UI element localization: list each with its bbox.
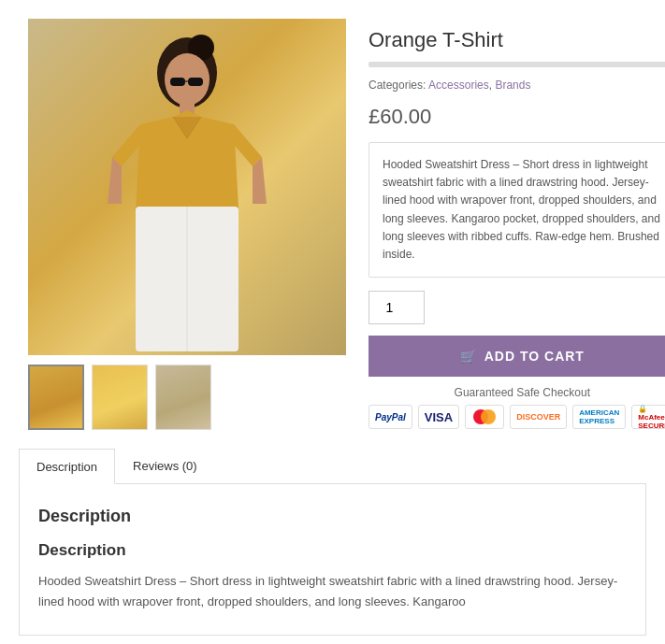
main-product-image [28,19,346,355]
mcafee-badge: 🔒 McAfeeSECURE [631,405,665,429]
glasses-right [188,78,203,86]
tab-content-heading1: Description [38,507,627,526]
product-images [28,19,346,430]
thumb-img-2 [93,365,147,429]
payment-icons: PayPal VISA DISCOVER AMERICANEXPRESS 🔒 M… [369,405,665,429]
product-categories: Categories: Accessories, Brands [369,79,665,92]
discover-text: DISCOVER [516,412,560,422]
category-accessories[interactable]: Accessories [428,79,489,92]
thumbnail-3[interactable] [155,365,211,430]
tab-content-description: Description Description Hooded Sweatshir… [19,484,646,636]
product-price: £60.00 [369,105,665,129]
svg-point-1 [481,409,496,424]
category-brands[interactable]: Brands [495,79,530,92]
amex-badge: AMERICANEXPRESS [572,405,626,429]
glasses-left [170,78,185,86]
visa-badge: VISA [418,405,459,429]
mastercard-icon [471,408,498,425]
tabs-section: Description Reviews (0) Description Desc… [0,449,665,636]
thumb-img-3 [156,365,210,429]
quantity-input[interactable] [369,291,425,324]
cart-icon: 🛒 [460,349,477,364]
product-title: Orange T-Shirt [369,28,665,52]
tab-content-body: Hooded Sweatshirt Dress – Short dress in… [38,571,627,612]
tab-reviews[interactable]: Reviews (0) [115,449,215,483]
tabs-header: Description Reviews (0) [19,449,646,484]
thumb-img-1 [30,366,82,428]
discover-badge: DISCOVER [510,405,567,429]
thumbnail-1[interactable] [28,365,84,430]
thumbnail-2[interactable] [92,365,148,430]
product-details: Orange T-Shirt Categories: Accessories, … [369,19,665,430]
short-description: Hooded Sweatshirt Dress – Short dress in… [369,142,665,278]
tab-description[interactable]: Description [19,449,115,484]
tab-content-heading2: Description [38,541,627,560]
quantity-wrapper [369,291,665,324]
mcafee-text: 🔒 McAfeeSECURE [638,405,665,430]
main-image-bg [28,19,346,355]
model-svg [37,21,337,353]
rating-bar [369,62,665,67]
add-to-cart-button[interactable]: 🛒 ADD TO CART [369,336,665,377]
add-to-cart-label: ADD TO CART [484,349,585,364]
categories-label: Categories: [369,79,426,92]
product-section: Orange T-Shirt Categories: Accessories, … [0,0,665,449]
safe-checkout-label: Guaranteed Safe Checkout [369,386,665,399]
paypal-badge: PayPal [369,405,412,429]
amex-text: AMERICANEXPRESS [579,408,619,425]
mastercard-badge [465,405,504,429]
thumbnail-list [28,365,346,430]
